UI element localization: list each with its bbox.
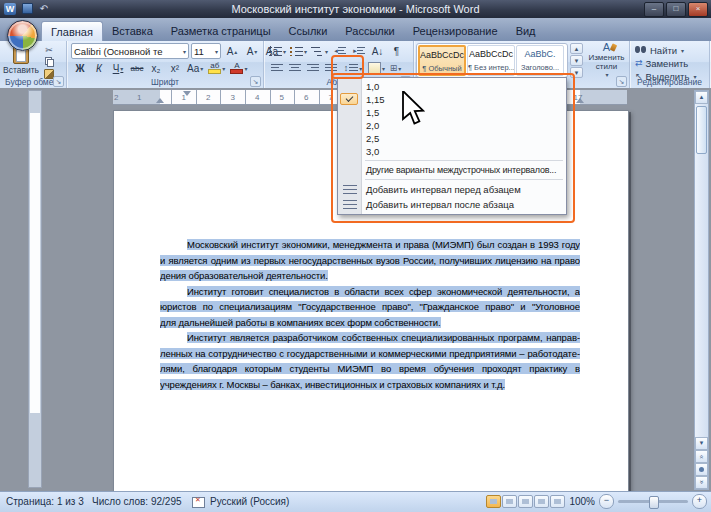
font-size-combo[interactable]: 11▾ bbox=[191, 43, 221, 59]
checkmark-icon bbox=[340, 93, 358, 105]
web-layout-view-button[interactable] bbox=[518, 495, 533, 508]
bullets-button[interactable]: ▾ bbox=[268, 43, 287, 59]
zoom-out-button[interactable]: − bbox=[599, 494, 614, 509]
outline-view-button[interactable] bbox=[534, 495, 549, 508]
font-color-button[interactable]: А▾ bbox=[228, 60, 249, 76]
menu-separator bbox=[365, 179, 563, 180]
bold-button[interactable]: Ж bbox=[71, 60, 89, 76]
align-center-button[interactable] bbox=[286, 60, 303, 76]
shading-button[interactable]: ▾ bbox=[367, 60, 386, 76]
change-case-button[interactable]: Аа▾ bbox=[185, 60, 205, 76]
fullscreen-view-button[interactable] bbox=[502, 495, 517, 508]
paste-label: Вставить bbox=[3, 65, 39, 75]
numbering-button[interactable]: ▾ bbox=[289, 43, 308, 59]
zoom-slider[interactable] bbox=[618, 500, 688, 503]
selected-text: ленных на сотрудничество с государственн… bbox=[160, 348, 580, 359]
menu-item-more-spacing-options[interactable]: Другие варианты междустрочных интервалов… bbox=[338, 163, 566, 177]
ribbon-tab[interactable]: Разметка страницы bbox=[162, 21, 280, 41]
scroll-down-button[interactable]: ▼ bbox=[695, 437, 708, 450]
align-left-button[interactable] bbox=[268, 60, 285, 76]
ribbon-tab[interactable]: Главная bbox=[41, 21, 103, 41]
ribbon-tab[interactable]: Ссылки bbox=[280, 21, 337, 41]
previous-page-button[interactable]: « bbox=[695, 450, 708, 463]
subscript-button[interactable]: x₂ bbox=[147, 60, 165, 76]
group-font: Calibri (Основной те▾ 11▾ А▴ А▾ Аа Ж К Ч… bbox=[67, 41, 264, 88]
vertical-scrollbar[interactable]: ▲ ▼ « « bbox=[694, 90, 709, 490]
replace-button[interactable]: ⇄ Заменить bbox=[635, 57, 688, 69]
style-gallery-item[interactable]: AaBbCcDc¶ Обычный bbox=[418, 45, 466, 76]
ruler-number: 4 bbox=[255, 93, 259, 102]
styles-scroll-up-button[interactable]: ▲ bbox=[570, 43, 583, 54]
highlight-color-button[interactable]: аб▾ bbox=[206, 60, 227, 76]
group-editing: Найти▾ ⇄ Заменить ↖ Выделить▾ Редактиров… bbox=[630, 41, 710, 88]
spacing-option[interactable]: 2,5 bbox=[338, 132, 566, 145]
style-preview: AaBbC. bbox=[517, 46, 563, 63]
align-justify-button[interactable] bbox=[322, 60, 339, 76]
scroll-up-button[interactable]: ▲ bbox=[695, 91, 708, 104]
font-dialog-launcher[interactable]: ↘ bbox=[250, 76, 261, 87]
strikethrough-button[interactable]: abc bbox=[128, 60, 146, 76]
cut-button[interactable]: ✂ bbox=[41, 44, 57, 55]
spacing-option-label: 3,0 bbox=[366, 146, 379, 157]
word-count[interactable]: Число слов: 92/295 bbox=[92, 496, 182, 507]
menu-item-add-space-before[interactable]: Добавить интервал перед абзацем bbox=[338, 182, 566, 197]
borders-button[interactable]: ⊞▾ bbox=[387, 60, 404, 76]
proofing-icon[interactable] bbox=[192, 496, 205, 509]
close-button[interactable]: × bbox=[688, 2, 708, 17]
document-line: Институт является разработчиком собствен… bbox=[160, 330, 580, 346]
change-styles-button[interactable]: А Изменить стили ▾ bbox=[586, 43, 627, 78]
zoom-in-button[interactable]: + bbox=[692, 494, 707, 509]
ruler-number: 2 bbox=[114, 93, 118, 102]
scrollbar-thumb[interactable] bbox=[696, 106, 707, 154]
align-right-button[interactable] bbox=[304, 60, 321, 76]
ribbon-tab[interactable]: Вставка bbox=[103, 21, 162, 41]
print-layout-view-button[interactable] bbox=[486, 495, 501, 508]
decrease-indent-button[interactable]: ◂ bbox=[331, 43, 348, 59]
page-indicator[interactable]: Страница: 1 из 3 bbox=[6, 496, 84, 507]
multilevel-list-button[interactable]: ▾ bbox=[310, 43, 329, 59]
superscript-button[interactable]: x² bbox=[166, 60, 184, 76]
underline-button[interactable]: Ч▾ bbox=[109, 60, 127, 76]
selected-text: и является одним из первых негосударстве… bbox=[160, 255, 580, 269]
grow-font-button[interactable]: А▴ bbox=[223, 43, 241, 59]
spacing-option[interactable]: 2,0 bbox=[338, 119, 566, 132]
font-name-combo[interactable]: Calibri (Основной те▾ bbox=[71, 43, 189, 59]
select-browse-object-button[interactable] bbox=[695, 463, 708, 476]
style-gallery-item[interactable]: AaBbC.Заголово... bbox=[516, 45, 564, 76]
zoom-slider-thumb[interactable] bbox=[649, 496, 659, 509]
vertical-ruler[interactable] bbox=[28, 90, 42, 488]
language-indicator[interactable]: Русский (Россия) bbox=[210, 496, 289, 507]
ribbon-tab[interactable]: Вид bbox=[507, 21, 545, 41]
add-space-after-icon bbox=[343, 200, 357, 209]
clipboard-dialog-launcher[interactable]: ↘ bbox=[53, 76, 64, 87]
style-gallery-item[interactable]: AaBbCcDc¶ Без интер... bbox=[467, 45, 515, 76]
zoom-level[interactable]: 100% bbox=[569, 496, 595, 507]
line-spacing-button[interactable]: ↕▾ bbox=[340, 60, 366, 76]
shrink-font-button[interactable]: А▾ bbox=[243, 43, 261, 59]
sort-button[interactable]: А↓ bbox=[369, 43, 386, 59]
show-paragraph-marks-button[interactable]: ¶ bbox=[388, 43, 405, 59]
italic-button[interactable]: К bbox=[90, 60, 108, 76]
ribbon-tab[interactable]: Рецензирование bbox=[404, 21, 507, 41]
menu-item-add-space-after[interactable]: Добавить интервал после абзаца bbox=[338, 197, 566, 212]
save-button[interactable] bbox=[20, 2, 34, 15]
maximize-button[interactable]: □ bbox=[666, 2, 686, 17]
minimize-button[interactable]: – bbox=[644, 2, 664, 17]
spacing-option[interactable]: 1,5 bbox=[338, 106, 566, 119]
spacing-option[interactable]: 1,0 bbox=[338, 80, 566, 93]
spacing-option[interactable]: 3,0 bbox=[338, 145, 566, 158]
undo-button[interactable]: ↶ bbox=[37, 2, 51, 15]
hanging-indent-marker[interactable] bbox=[156, 98, 164, 103]
draft-view-button[interactable] bbox=[550, 495, 565, 508]
document-line: Московский институт экономики, менеджмен… bbox=[160, 237, 580, 253]
increase-indent-button[interactable]: ▸ bbox=[350, 43, 367, 59]
document-text[interactable]: Московский институт экономики, менеджмен… bbox=[160, 237, 580, 392]
office-button[interactable] bbox=[7, 20, 38, 51]
ribbon-tab[interactable]: Рассылки bbox=[336, 21, 403, 41]
next-page-button[interactable]: « bbox=[695, 476, 708, 489]
styles-dialog-launcher[interactable]: ↘ bbox=[616, 76, 627, 87]
find-button[interactable]: Найти▾ bbox=[635, 44, 684, 56]
styles-scroll-down-button[interactable]: ▼ bbox=[570, 55, 583, 66]
copy-button[interactable] bbox=[41, 56, 57, 67]
spacing-option[interactable]: 1,15 bbox=[338, 93, 566, 106]
